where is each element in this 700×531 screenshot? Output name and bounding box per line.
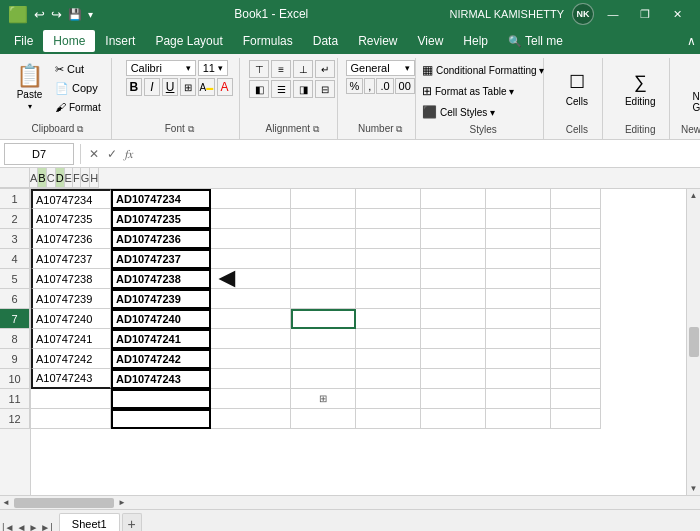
menu-page-layout[interactable]: Page Layout xyxy=(145,30,232,52)
cell-g3[interactable] xyxy=(486,229,551,249)
sheet-tab-sheet1[interactable]: Sheet1 xyxy=(59,513,120,531)
cell-h4[interactable] xyxy=(551,249,601,269)
vertical-scrollbar[interactable]: ▲ ▼ xyxy=(686,189,700,495)
cell-f12[interactable] xyxy=(421,409,486,429)
cell-g11[interactable] xyxy=(486,389,551,409)
format-painter-button[interactable]: 🖌 Format xyxy=(51,98,105,116)
cell-b7[interactable]: AD10747240 xyxy=(111,309,211,329)
cell-e7[interactable] xyxy=(356,309,421,329)
cell-c3[interactable] xyxy=(211,229,291,249)
menu-help[interactable]: Help xyxy=(453,30,498,52)
cell-c2[interactable] xyxy=(211,209,291,229)
cell-f4[interactable] xyxy=(421,249,486,269)
minimize-button[interactable]: — xyxy=(598,0,628,28)
scroll-left-btn[interactable]: ◄ xyxy=(2,498,10,507)
cell-b3[interactable]: AD10747236 xyxy=(111,229,211,249)
add-sheet-button[interactable]: + xyxy=(122,513,142,531)
cell-c12[interactable] xyxy=(211,409,291,429)
menu-data[interactable]: Data xyxy=(303,30,348,52)
cell-a5[interactable]: A10747238 xyxy=(31,269,111,289)
cell-g8[interactable] xyxy=(486,329,551,349)
sheet-last-btn[interactable]: ►| xyxy=(40,522,53,531)
cell-a7[interactable]: A10747240 xyxy=(31,309,111,329)
cell-h6[interactable] xyxy=(551,289,601,309)
cell-h12[interactable] xyxy=(551,409,601,429)
formula-input[interactable] xyxy=(139,148,696,160)
ribbon-collapse-btn[interactable]: ∧ xyxy=(687,34,696,48)
menu-insert[interactable]: Insert xyxy=(95,30,145,52)
italic-button[interactable]: I xyxy=(144,78,160,96)
menu-review[interactable]: Review xyxy=(348,30,407,52)
cell-g2[interactable] xyxy=(486,209,551,229)
cell-f5[interactable] xyxy=(421,269,486,289)
cell-g6[interactable] xyxy=(486,289,551,309)
cell-styles-button[interactable]: ⬛ Cell Styles ▾ xyxy=(417,102,549,122)
cell-d6[interactable] xyxy=(291,289,356,309)
cell-e9[interactable] xyxy=(356,349,421,369)
cell-h8[interactable] xyxy=(551,329,601,349)
cell-g7[interactable] xyxy=(486,309,551,329)
cell-g1[interactable] xyxy=(486,189,551,209)
align-right-btn[interactable]: ◨ xyxy=(293,80,313,98)
cancel-formula-btn[interactable]: ✕ xyxy=(87,145,101,163)
cell-h3[interactable] xyxy=(551,229,601,249)
row-header-12[interactable]: 12 xyxy=(0,409,30,429)
cell-g10[interactable] xyxy=(486,369,551,389)
row-header-5[interactable]: 5 xyxy=(0,269,30,289)
col-header-f[interactable]: F xyxy=(73,168,81,188)
copy-button[interactable]: 📄 Copy xyxy=(51,79,105,97)
cell-d4[interactable] xyxy=(291,249,356,269)
align-top-btn[interactable]: ⊤ xyxy=(249,60,269,78)
cell-g5[interactable] xyxy=(486,269,551,289)
cell-e4[interactable] xyxy=(356,249,421,269)
close-button[interactable]: ✕ xyxy=(662,0,692,28)
cell-e6[interactable] xyxy=(356,289,421,309)
col-header-b[interactable]: B xyxy=(38,168,46,188)
menu-view[interactable]: View xyxy=(408,30,454,52)
sheet-prev-btn[interactable]: ◄ xyxy=(17,522,27,531)
row-header-10[interactable]: 10 xyxy=(0,369,30,389)
cell-f9[interactable] xyxy=(421,349,486,369)
menu-file[interactable]: File xyxy=(4,30,43,52)
underline-button[interactable]: U xyxy=(162,78,178,96)
align-left-btn[interactable]: ◧ xyxy=(249,80,269,98)
col-header-d[interactable]: D xyxy=(56,168,65,188)
cell-a3[interactable]: A10747236 xyxy=(31,229,111,249)
font-color-button[interactable]: A xyxy=(217,78,233,96)
insert-function-btn[interactable]: 𝑓𝑥 xyxy=(123,145,135,163)
cell-e5[interactable] xyxy=(356,269,421,289)
cell-h7[interactable] xyxy=(551,309,601,329)
row-header-8[interactable]: 8 xyxy=(0,329,30,349)
cell-e2[interactable] xyxy=(356,209,421,229)
quick-save-btn[interactable]: 💾 xyxy=(68,8,82,21)
row-header-2[interactable]: 2 xyxy=(0,209,30,229)
cell-f7[interactable] xyxy=(421,309,486,329)
cell-h5[interactable] xyxy=(551,269,601,289)
increase-decimal-btn[interactable]: .0 xyxy=(376,78,393,94)
sheet-next-btn[interactable]: ► xyxy=(28,522,38,531)
cell-a9[interactable]: A10747242 xyxy=(31,349,111,369)
cell-h1[interactable] xyxy=(551,189,601,209)
cell-h11[interactable] xyxy=(551,389,601,409)
redo-btn[interactable]: ↪ xyxy=(51,7,62,22)
font-name-select[interactable]: Calibri ▾ xyxy=(126,60,196,76)
fill-color-button[interactable]: A▬ xyxy=(198,78,214,96)
scroll-down-btn[interactable]: ▼ xyxy=(690,484,698,493)
cut-button[interactable]: ✂ Cut xyxy=(51,60,105,78)
comma-btn[interactable]: , xyxy=(364,78,375,94)
cell-a1[interactable]: A10747234 xyxy=(31,189,111,209)
col-header-g[interactable]: G xyxy=(81,168,91,188)
cell-a12[interactable] xyxy=(31,409,111,429)
confirm-formula-btn[interactable]: ✓ xyxy=(105,145,119,163)
cell-b5[interactable]: AD10747238 xyxy=(111,269,211,289)
menu-home[interactable]: Home xyxy=(43,30,95,52)
cell-e1[interactable] xyxy=(356,189,421,209)
cells-button[interactable]: ☐ Cells xyxy=(558,60,596,118)
maximize-button[interactable]: ❐ xyxy=(630,0,660,28)
row-header-4[interactable]: 4 xyxy=(0,249,30,269)
cell-d2[interactable] xyxy=(291,209,356,229)
cell-g12[interactable] xyxy=(486,409,551,429)
merge-btn[interactable]: ⊟ xyxy=(315,80,335,98)
menu-tell-me[interactable]: 🔍 Tell me xyxy=(498,30,573,52)
col-header-c[interactable]: C xyxy=(47,168,56,188)
